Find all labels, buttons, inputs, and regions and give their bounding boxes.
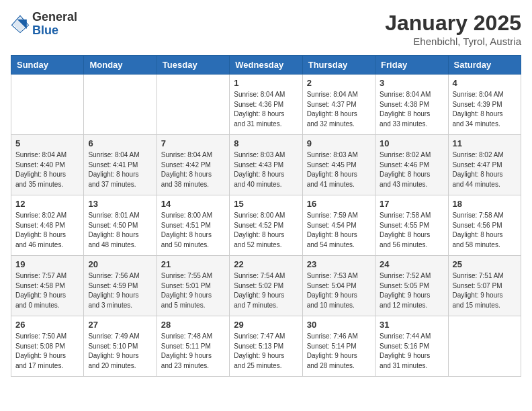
calendar-cell: 21Sunrise: 7:55 AM Sunset: 5:01 PM Dayli… <box>157 256 229 316</box>
weekday-header: Friday <box>375 56 448 75</box>
calendar-cell: 3Sunrise: 8:04 AM Sunset: 4:38 PM Daylig… <box>375 75 448 135</box>
day-number: 19 <box>15 259 79 269</box>
day-info: Sunrise: 8:00 AM Sunset: 4:52 PM Dayligh… <box>234 211 298 250</box>
calendar-cell: 31Sunrise: 7:44 AM Sunset: 5:16 PM Dayli… <box>375 316 448 377</box>
logo: General Blue <box>11 11 77 38</box>
calendar-cell: 19Sunrise: 7:57 AM Sunset: 4:58 PM Dayli… <box>11 256 84 316</box>
calendar-cell: 8Sunrise: 8:03 AM Sunset: 4:43 PM Daylig… <box>230 135 302 195</box>
day-info: Sunrise: 7:51 AM Sunset: 5:07 PM Dayligh… <box>453 271 517 310</box>
calendar-cell: 1Sunrise: 8:04 AM Sunset: 4:36 PM Daylig… <box>230 75 302 135</box>
day-info: Sunrise: 7:59 AM Sunset: 4:54 PM Dayligh… <box>307 211 371 250</box>
day-number: 22 <box>234 259 298 269</box>
calendar-week-row: 5Sunrise: 8:04 AM Sunset: 4:40 PM Daylig… <box>11 135 521 195</box>
day-number: 15 <box>234 199 298 209</box>
calendar-cell: 15Sunrise: 8:00 AM Sunset: 4:52 PM Dayli… <box>230 195 302 256</box>
calendar-cell: 17Sunrise: 7:58 AM Sunset: 4:55 PM Dayli… <box>375 195 448 256</box>
day-number: 12 <box>15 199 79 209</box>
calendar-cell: 26Sunrise: 7:50 AM Sunset: 5:08 PM Dayli… <box>11 316 84 377</box>
day-info: Sunrise: 8:02 AM Sunset: 4:46 PM Dayligh… <box>380 150 443 189</box>
title-block: January 2025 Ehenbichl, Tyrol, Austria <box>385 11 521 47</box>
day-number: 21 <box>161 259 225 269</box>
calendar-cell: 23Sunrise: 7:53 AM Sunset: 5:04 PM Dayli… <box>302 256 375 316</box>
calendar-cell: 18Sunrise: 7:58 AM Sunset: 4:56 PM Dayli… <box>448 195 521 256</box>
day-info: Sunrise: 8:03 AM Sunset: 4:43 PM Dayligh… <box>234 150 298 189</box>
day-number: 28 <box>161 320 225 330</box>
calendar-cell: 16Sunrise: 7:59 AM Sunset: 4:54 PM Dayli… <box>302 195 375 256</box>
day-number: 17 <box>380 199 443 209</box>
day-number: 16 <box>307 199 371 209</box>
calendar-cell: 5Sunrise: 8:04 AM Sunset: 4:40 PM Daylig… <box>11 135 84 195</box>
day-info: Sunrise: 7:48 AM Sunset: 5:11 PM Dayligh… <box>161 332 225 371</box>
day-info: Sunrise: 8:04 AM Sunset: 4:39 PM Dayligh… <box>453 90 517 129</box>
weekday-header: Sunday <box>11 56 84 75</box>
day-info: Sunrise: 7:57 AM Sunset: 4:58 PM Dayligh… <box>15 271 79 310</box>
calendar-cell: 27Sunrise: 7:49 AM Sunset: 5:10 PM Dayli… <box>84 316 157 377</box>
day-number: 10 <box>380 138 443 148</box>
day-info: Sunrise: 7:58 AM Sunset: 4:55 PM Dayligh… <box>380 211 443 250</box>
logo-text: General Blue <box>32 11 77 38</box>
day-info: Sunrise: 7:53 AM Sunset: 5:04 PM Dayligh… <box>307 271 371 310</box>
calendar-cell: 13Sunrise: 8:01 AM Sunset: 4:50 PM Dayli… <box>84 195 157 256</box>
day-info: Sunrise: 7:47 AM Sunset: 5:13 PM Dayligh… <box>234 332 298 371</box>
day-number: 31 <box>380 320 443 330</box>
day-info: Sunrise: 7:55 AM Sunset: 5:01 PM Dayligh… <box>161 271 225 310</box>
day-info: Sunrise: 7:50 AM Sunset: 5:08 PM Dayligh… <box>15 332 79 371</box>
day-number: 1 <box>234 78 298 88</box>
calendar-cell <box>84 75 157 135</box>
day-info: Sunrise: 8:02 AM Sunset: 4:48 PM Dayligh… <box>15 211 79 250</box>
calendar-cell: 30Sunrise: 7:46 AM Sunset: 5:14 PM Dayli… <box>302 316 375 377</box>
month-title: January 2025 <box>385 11 521 36</box>
weekday-header: Monday <box>84 56 157 75</box>
day-number: 13 <box>88 199 152 209</box>
day-number: 25 <box>453 259 517 269</box>
day-info: Sunrise: 8:03 AM Sunset: 4:45 PM Dayligh… <box>307 150 371 189</box>
calendar-cell: 29Sunrise: 7:47 AM Sunset: 5:13 PM Dayli… <box>230 316 302 377</box>
day-info: Sunrise: 8:04 AM Sunset: 4:38 PM Dayligh… <box>380 90 443 129</box>
day-info: Sunrise: 8:01 AM Sunset: 4:50 PM Dayligh… <box>88 211 152 250</box>
day-info: Sunrise: 7:49 AM Sunset: 5:10 PM Dayligh… <box>88 332 152 371</box>
day-info: Sunrise: 8:00 AM Sunset: 4:51 PM Dayligh… <box>161 211 225 250</box>
day-number: 4 <box>453 78 517 88</box>
day-info: Sunrise: 8:04 AM Sunset: 4:37 PM Dayligh… <box>307 90 371 129</box>
day-info: Sunrise: 8:04 AM Sunset: 4:41 PM Dayligh… <box>88 150 152 189</box>
calendar-cell: 12Sunrise: 8:02 AM Sunset: 4:48 PM Dayli… <box>11 195 84 256</box>
day-number: 6 <box>88 138 152 148</box>
calendar-cell: 7Sunrise: 8:04 AM Sunset: 4:42 PM Daylig… <box>157 135 229 195</box>
calendar-week-row: 12Sunrise: 8:02 AM Sunset: 4:48 PM Dayli… <box>11 195 521 256</box>
weekday-header: Thursday <box>302 56 375 75</box>
day-number: 11 <box>453 138 517 148</box>
location: Ehenbichl, Tyrol, Austria <box>385 36 521 47</box>
day-number: 8 <box>234 138 298 148</box>
calendar-week-row: 26Sunrise: 7:50 AM Sunset: 5:08 PM Dayli… <box>11 316 521 377</box>
day-info: Sunrise: 7:46 AM Sunset: 5:14 PM Dayligh… <box>307 332 371 371</box>
day-number: 18 <box>453 199 517 209</box>
weekday-header: Wednesday <box>230 56 302 75</box>
day-number: 27 <box>88 320 152 330</box>
day-number: 2 <box>307 78 371 88</box>
day-number: 14 <box>161 199 225 209</box>
day-info: Sunrise: 8:04 AM Sunset: 4:40 PM Dayligh… <box>15 150 79 189</box>
day-number: 24 <box>380 259 443 269</box>
calendar-week-row: 1Sunrise: 8:04 AM Sunset: 4:36 PM Daylig… <box>11 75 521 135</box>
day-number: 9 <box>307 138 371 148</box>
calendar-table: SundayMondayTuesdayWednesdayThursdayFrid… <box>11 55 521 377</box>
day-info: Sunrise: 7:44 AM Sunset: 5:16 PM Dayligh… <box>380 332 443 371</box>
calendar-cell: 9Sunrise: 8:03 AM Sunset: 4:45 PM Daylig… <box>302 135 375 195</box>
day-info: Sunrise: 7:54 AM Sunset: 5:02 PM Dayligh… <box>234 271 298 310</box>
calendar-cell: 28Sunrise: 7:48 AM Sunset: 5:11 PM Dayli… <box>157 316 229 377</box>
calendar-cell: 2Sunrise: 8:04 AM Sunset: 4:37 PM Daylig… <box>302 75 375 135</box>
calendar-cell <box>157 75 229 135</box>
day-number: 26 <box>15 320 79 330</box>
day-number: 7 <box>161 138 225 148</box>
day-number: 20 <box>88 259 152 269</box>
calendar-week-row: 19Sunrise: 7:57 AM Sunset: 4:58 PM Dayli… <box>11 256 521 316</box>
calendar-cell: 4Sunrise: 8:04 AM Sunset: 4:39 PM Daylig… <box>448 75 521 135</box>
day-number: 29 <box>234 320 298 330</box>
calendar-cell <box>448 316 521 377</box>
day-number: 30 <box>307 320 371 330</box>
weekday-header: Tuesday <box>157 56 229 75</box>
calendar-cell: 22Sunrise: 7:54 AM Sunset: 5:02 PM Dayli… <box>230 256 302 316</box>
day-info: Sunrise: 8:02 AM Sunset: 4:47 PM Dayligh… <box>453 150 517 189</box>
day-info: Sunrise: 7:52 AM Sunset: 5:05 PM Dayligh… <box>380 271 443 310</box>
calendar-cell: 24Sunrise: 7:52 AM Sunset: 5:05 PM Dayli… <box>375 256 448 316</box>
